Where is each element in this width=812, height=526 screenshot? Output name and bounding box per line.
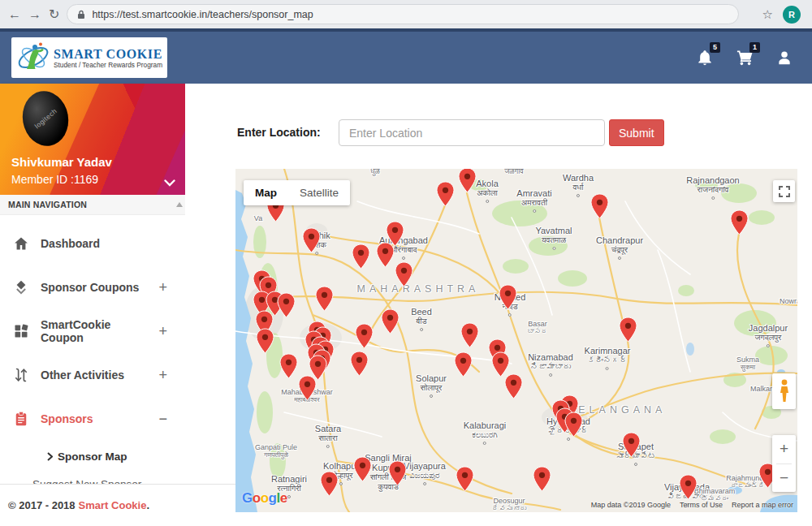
submit-button[interactable]: Submit — [609, 119, 664, 146]
map-marker-pin[interactable] — [298, 375, 317, 401]
nav-heading: MAIN NAVIGATION — [0, 195, 185, 215]
sponsor-map[interactable]: MAHARASHTRATELANGANAAkolaअकोलाAmravatiअम… — [235, 169, 797, 512]
map-marker-pin[interactable] — [355, 323, 374, 349]
sidebar-item-other-activities[interactable]: Other Activities+ — [0, 353, 185, 397]
swap-icon — [13, 367, 29, 383]
browser-toolbar: ← → ↻ https://test.smartcookie.in/teache… — [0, 0, 812, 28]
map-marker-pin[interactable] — [499, 284, 517, 310]
expand-toggle[interactable]: + — [158, 323, 167, 340]
profile-name: Shivkumar Yadav — [11, 155, 112, 169]
map-type-control: MapSatellite — [244, 180, 350, 205]
fullscreen-button[interactable] — [773, 180, 795, 202]
user-icon[interactable] — [776, 49, 794, 67]
map-data-credit: Map data ©2019 Google — [591, 501, 671, 509]
map-marker-pin[interactable] — [590, 193, 609, 219]
brand-tagline: Student / Teacher Rewards Program — [54, 61, 162, 69]
map-marker-pin[interactable] — [302, 227, 321, 253]
brand-name: SMART COOKIE — [54, 47, 162, 61]
map-marker-pin[interactable] — [454, 351, 473, 377]
brand-logo[interactable]: SMART COOKIE Student / Teacher Rewards P… — [11, 37, 167, 78]
pegman-street-view[interactable] — [772, 373, 796, 409]
map-type-satellite-button[interactable]: Satellite — [288, 180, 350, 205]
map-marker-pin[interactable] — [353, 456, 372, 482]
sidebar-item-label: Sponsor Coupons — [41, 281, 139, 294]
browser-profile-avatar[interactable]: R — [783, 6, 801, 24]
terms-of-use-link[interactable]: Terms of Use — [680, 501, 723, 509]
chevron-right-icon — [47, 452, 53, 461]
map-marker-pin[interactable] — [256, 328, 274, 354]
profile-member-id: Member ID :1169 — [11, 173, 98, 186]
clipboard-icon — [13, 411, 29, 427]
nav-list: DashboardSponsor Coupons+SmartCookie Cou… — [0, 215, 185, 496]
profile-panel: logitech Shivkumar Yadav Member ID :1169 — [0, 84, 185, 195]
sidebar-item-label: Other Activities — [41, 369, 124, 382]
sidebar-item-label: Sponsors — [41, 412, 93, 425]
map-markers — [235, 169, 797, 512]
sidebar-item-smartcookie-coupon[interactable]: SmartCookie Coupon+ — [0, 309, 185, 353]
chevron-down-icon[interactable] — [164, 175, 175, 190]
map-marker-pin[interactable] — [456, 466, 474, 492]
map-marker-pin[interactable] — [350, 351, 369, 377]
reload-icon[interactable]: ↻ — [49, 8, 59, 21]
sidebar-item-label: SmartCookie Coupon — [41, 318, 147, 344]
zoom-out-button[interactable]: − — [772, 464, 796, 493]
zoom-in-button[interactable]: + — [772, 435, 796, 463]
expand-toggle[interactable]: − — [158, 411, 167, 428]
google-logo[interactable]: Google — [242, 490, 287, 507]
map-marker-pin[interactable] — [460, 322, 479, 348]
map-marker-pin[interactable] — [619, 317, 637, 343]
sidebar: logitech Shivkumar Yadav Member ID :1169… — [0, 84, 185, 526]
map-type-map-button[interactable]: Map — [244, 180, 288, 205]
map-marker-pin[interactable] — [564, 412, 583, 438]
notifications-bell-icon[interactable]: 5 — [697, 49, 715, 67]
cart-count-badge: 1 — [749, 42, 760, 53]
footer-copyright: © 2017 - 2018 — [8, 499, 76, 511]
bookmark-star-icon[interactable]: ☆ — [762, 7, 773, 22]
sidebar-item-dashboard[interactable]: Dashboard — [0, 222, 185, 265]
grid-icon — [13, 323, 29, 339]
map-marker-pin[interactable] — [279, 353, 298, 379]
profile-avatar[interactable]: logitech — [19, 88, 73, 150]
map-attribution: Map data ©2019 GoogleTerms of UseReport … — [591, 501, 793, 509]
enter-location-label: Enter Location: — [237, 126, 321, 139]
map-marker-pin[interactable] — [458, 169, 477, 193]
map-marker-pin[interactable] — [622, 432, 641, 458]
sidebar-subitem-sponsor-map[interactable]: Sponsor Map — [0, 441, 185, 472]
map-marker-pin[interactable] — [381, 308, 400, 334]
layers-icon — [13, 279, 29, 295]
lock-icon — [77, 10, 85, 19]
map-marker-pin[interactable] — [376, 242, 395, 268]
footer: © 2017 - 2018 Smart Cookie . — [0, 484, 235, 526]
forward-icon[interactable]: → — [28, 8, 41, 21]
map-marker-pin[interactable] — [679, 474, 698, 500]
sidebar-item-label: Dashboard — [41, 237, 100, 250]
notifications-count-badge: 5 — [710, 42, 720, 53]
footer-brand: Smart Cookie — [79, 499, 147, 511]
map-marker-pin[interactable] — [730, 209, 749, 235]
app-header: SMART COOKIE Student / Teacher Rewards P… — [0, 32, 812, 84]
map-marker-pin[interactable] — [395, 261, 413, 287]
report-map-error-link[interactable]: Report a map error — [732, 501, 793, 509]
url-text: https://test.smartcookie.in/teachers/spo… — [92, 9, 313, 20]
map-marker-pin[interactable] — [320, 471, 339, 497]
map-marker-pin[interactable] — [352, 244, 370, 269]
sidebar-scroll-up-arrow[interactable] — [176, 202, 183, 207]
expand-toggle[interactable]: + — [158, 367, 167, 384]
map-marker-pin[interactable] — [388, 460, 407, 486]
smartcookie-logo-icon — [15, 40, 51, 75]
sidebar-item-sponsor-coupons[interactable]: Sponsor Coupons+ — [0, 265, 185, 309]
map-marker-pin[interactable] — [436, 181, 455, 207]
map-marker-pin[interactable] — [533, 466, 551, 492]
home-icon — [13, 235, 29, 252]
map-marker-pin[interactable] — [504, 373, 523, 399]
main-content: Enter Location: Submit — [185, 84, 812, 526]
back-icon[interactable]: ← — [8, 8, 21, 21]
location-input[interactable] — [339, 119, 605, 146]
cart-icon[interactable]: 1 — [736, 49, 754, 67]
expand-toggle[interactable]: + — [158, 279, 167, 296]
zoom-control: + − — [772, 435, 796, 492]
address-bar[interactable]: https://test.smartcookie.in/teachers/spo… — [67, 4, 739, 24]
map-marker-pin[interactable] — [315, 286, 334, 312]
sidebar-item-sponsors[interactable]: Sponsors− — [0, 397, 185, 441]
map-marker-pin[interactable] — [277, 292, 296, 318]
